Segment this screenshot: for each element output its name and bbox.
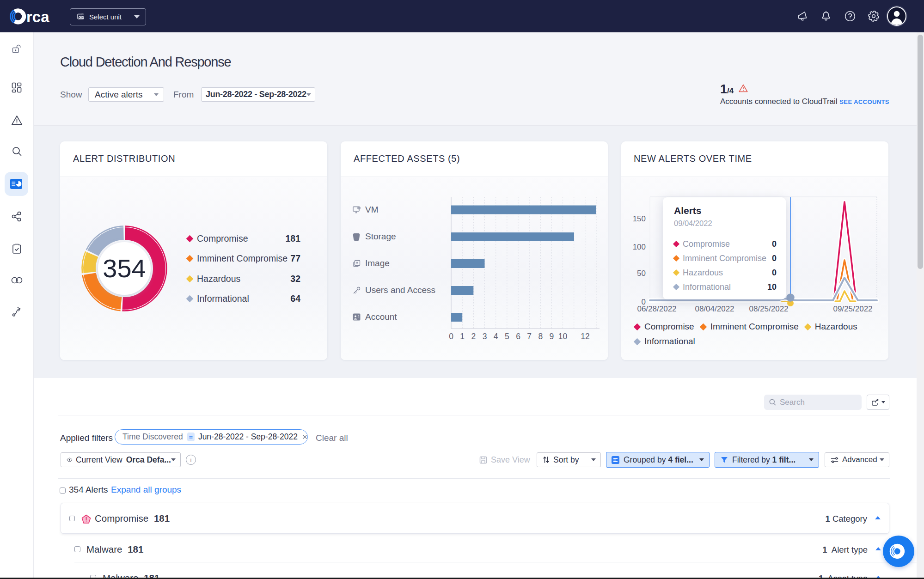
svg-text:8: 8 (538, 332, 543, 341)
svg-text:9: 9 (550, 332, 554, 341)
svg-text:354: 354 (103, 254, 146, 283)
svg-text:4: 4 (494, 332, 498, 341)
svg-text:5: 5 (505, 332, 509, 341)
svg-text:2: 2 (471, 332, 476, 341)
svg-text:08/25/2022: 08/25/2022 (749, 305, 788, 313)
svg-text:150: 150 (633, 214, 646, 223)
svg-text:rca: rca (26, 8, 49, 25)
svg-text:12: 12 (581, 332, 589, 341)
svg-text:7: 7 (527, 332, 532, 341)
svg-text:0: 0 (449, 332, 453, 341)
svg-text:100: 100 (633, 243, 646, 251)
svg-text:1: 1 (460, 332, 465, 341)
svg-text:06/28/2022: 06/28/2022 (637, 305, 676, 313)
svg-text:08/04/2022: 08/04/2022 (695, 305, 734, 313)
svg-text:3: 3 (483, 332, 487, 341)
svg-text:50: 50 (637, 269, 646, 278)
svg-text:6: 6 (516, 332, 520, 341)
svg-text:10: 10 (558, 332, 568, 341)
svg-text:09/25/2022: 09/25/2022 (833, 305, 872, 313)
